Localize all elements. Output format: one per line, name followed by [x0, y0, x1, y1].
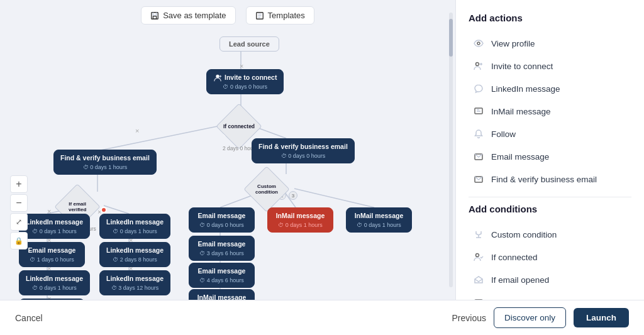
scrollbar[interactable] — [449, 13, 453, 287]
main-container: Save as template Templates — [0, 0, 644, 300]
footer-right: Previous Discover only Launch — [452, 307, 629, 328]
add-actions-title: Add actions — [469, 13, 631, 23]
follow-label: Follow — [491, 129, 516, 139]
if-connected-label: If connected — [491, 253, 538, 262]
li-msg-5-node[interactable]: LinkedIn message ⏱ 0 days 1 hours — [19, 270, 90, 295]
find-verify-label: Find & verify business email — [491, 175, 597, 184]
save-as-template-button[interactable]: Save as template — [141, 6, 235, 25]
email-flow1-node[interactable]: Email message ⏱ 0 days 0 hours — [189, 207, 255, 233]
lead-source-node: Lead source — [219, 36, 279, 52]
message-square-icon — [472, 105, 485, 118]
right-panel: Add actions View profile Invite to conne… — [455, 0, 644, 300]
inmail-flow1-node[interactable]: InMail message ⏱ 0 days 1 hours — [267, 207, 333, 233]
find-verify-right-node[interactable]: Find & verify business email ⏱ 0 days 0 … — [252, 138, 355, 163]
svg-point-23 — [477, 42, 480, 45]
if-connected-diamond[interactable]: If connected 2 days 0 hours — [223, 110, 255, 143]
email-msg-bottom-node[interactable]: Email message ⏱ 0 days 0 hours — [19, 299, 85, 300]
view-profile-label: View profile — [491, 39, 535, 48]
svg-line-9 — [104, 206, 129, 214]
inmail-flow2-node[interactable]: InMail message ⏱ 0 days 1 hours — [346, 207, 412, 233]
condition-if-connected[interactable]: If connected — [469, 246, 631, 268]
inmail-flow3-node[interactable]: InMail message ⏱ 3 days 2 hours — [189, 289, 255, 300]
canvas-toolbar: Save as template Templates — [0, 0, 455, 31]
li-msg-4-node[interactable]: LinkedIn message ⏱ 3 days 12 hours — [99, 270, 170, 295]
email-message-label: Email message — [491, 152, 549, 162]
action-linkedin-message[interactable]: LinkedIn message — [469, 77, 631, 100]
if-email-opened-label: If email opened — [491, 275, 549, 285]
svg-rect-0 — [152, 12, 158, 19]
linkedin-message-label: LinkedIn message — [491, 84, 560, 94]
action-find-verify[interactable]: Find & verify business email — [469, 168, 631, 190]
li-msg-1-node[interactable]: LinkedIn message ⏱ 0 days 1 hours — [19, 214, 90, 239]
lock-button[interactable]: 🔒 — [10, 232, 28, 250]
templates-button[interactable]: Templates — [246, 6, 314, 25]
num-badge-3: 3 — [289, 191, 297, 200]
branch-icon — [472, 228, 485, 241]
condition-custom[interactable]: Custom condition — [469, 223, 631, 246]
svg-rect-1 — [153, 16, 157, 18]
canvas-area: Save as template Templates — [0, 0, 455, 300]
section-divider — [469, 197, 631, 197]
li-msg-2-node[interactable]: LinkedIn message ⏱ 0 days 1 hours — [99, 214, 170, 239]
email-flow3-node[interactable]: Email message ⏱ 4 days 6 hours — [189, 263, 255, 288]
svg-point-24 — [476, 63, 479, 66]
action-follow[interactable]: Follow — [469, 123, 631, 145]
x-mark-3[interactable]: × — [135, 128, 139, 135]
zoom-out-button[interactable]: − — [10, 194, 28, 212]
mail-search-icon — [472, 173, 485, 185]
action-invite-connect[interactable]: Invite to connect — [469, 55, 631, 77]
svg-line-5 — [97, 124, 226, 151]
svg-point-22 — [216, 75, 219, 78]
email-msg-1-node[interactable]: Email message ⏱ 1 days 0 hours — [19, 242, 85, 267]
condition-if-email-verified[interactable]: If email verified — [469, 291, 631, 300]
previous-button[interactable]: Previous — [452, 313, 486, 323]
flow-canvas: Lead source × × × × × × × × × × × × × × … — [0, 25, 455, 300]
mail-icon — [472, 150, 485, 163]
footer: Cancel Previous Discover only Launch — [0, 300, 644, 335]
cancel-button[interactable]: Cancel — [15, 313, 43, 323]
zoom-controls: + − ⤢ 🔒 — [10, 175, 28, 250]
inmail-message-label: InMail message — [491, 107, 551, 116]
invite-connect-label: Invite to connect — [491, 62, 553, 71]
message-circle-icon — [472, 82, 485, 95]
li-msg-3-node[interactable]: LinkedIn message ⏱ 2 days 8 hours — [99, 242, 170, 267]
dot-red-2 — [101, 207, 107, 213]
bell-icon — [472, 128, 485, 140]
zoom-in-button[interactable]: + — [10, 175, 28, 193]
add-conditions-title: Add conditions — [469, 204, 631, 214]
find-verify-left-node[interactable]: Find & verify business email ⏱ 0 days 1 … — [53, 150, 157, 175]
eye-icon — [472, 37, 485, 50]
action-view-profile[interactable]: View profile — [469, 32, 631, 55]
invite-to-connect-node[interactable]: Invite to connect ⏱ 0 days 0 hours — [206, 69, 284, 94]
action-inmail-message[interactable]: InMail message — [469, 100, 631, 123]
fit-button[interactable]: ⤢ — [10, 213, 28, 231]
launch-button[interactable]: Launch — [574, 308, 629, 327]
action-email-message[interactable]: Email message — [469, 145, 631, 168]
condition-if-email-opened[interactable]: If email opened — [469, 268, 631, 291]
person-check-icon — [472, 251, 485, 263]
person-plus-icon — [472, 60, 485, 72]
svg-point-28 — [476, 254, 479, 257]
svg-line-13 — [294, 189, 374, 207]
email-flow2-node[interactable]: Email message ⏱ 3 days 6 hours — [189, 236, 255, 261]
mail-open-icon — [472, 273, 485, 286]
discover-only-button[interactable]: Discover only — [494, 307, 566, 328]
custom-condition-label: Custom condition — [491, 230, 557, 239]
custom-condition-diamond[interactable]: Customcondition — [250, 173, 283, 206]
